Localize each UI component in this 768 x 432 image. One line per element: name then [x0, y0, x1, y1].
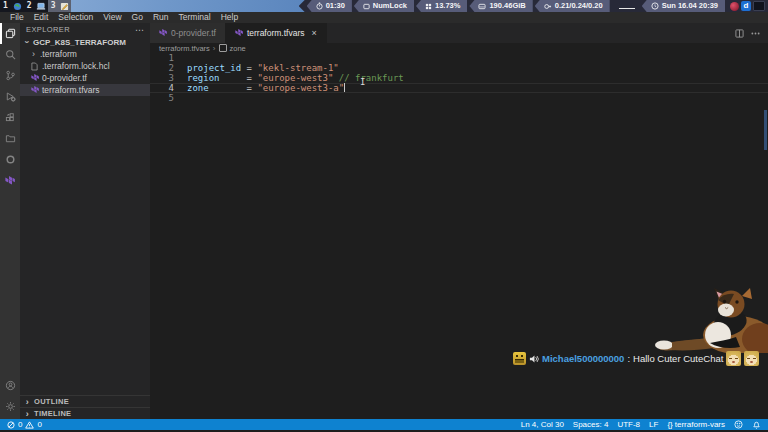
folder-label: .terraform — [40, 49, 77, 59]
timeline-label: TIMELINE — [34, 409, 71, 418]
code-line-4-current: 4 zone = "europe-west3-a" — [150, 83, 768, 93]
uptime-module: 01:30 — [307, 0, 352, 12]
feedback-icon[interactable] — [734, 420, 743, 429]
tree-item-provider-file[interactable]: 0-provider.tf — [20, 72, 150, 84]
source-control-icon[interactable] — [0, 65, 20, 86]
explorer-more-icon[interactable]: ⋯ — [135, 27, 144, 33]
menu-selection[interactable]: Selection — [53, 12, 98, 23]
error-count: 0 — [18, 420, 22, 429]
tray-media-icon[interactable] — [730, 2, 739, 11]
tab-label: 0-provider.tf — [171, 28, 216, 38]
outline-section[interactable]: › OUTLINE — [20, 395, 150, 407]
speaker-icon[interactable] — [529, 354, 539, 364]
timeline-section[interactable]: › TIMELINE — [20, 407, 150, 419]
chat-message-text: Hallo Cuter CuteChat — [633, 353, 723, 364]
token-property: region — [187, 73, 247, 83]
indentation-setting[interactable]: Spaces: 4 — [573, 420, 609, 429]
token-property: zone — [187, 83, 247, 93]
split-editor-icon[interactable] — [735, 29, 744, 38]
workspace-3[interactable]: 3 — [48, 0, 72, 12]
anime-emote-icon — [726, 351, 741, 366]
laptop-icon — [35, 0, 48, 12]
breadcrumb: terraform.tfvars › zone — [150, 43, 768, 53]
error-icon — [7, 421, 15, 429]
clock-module: Sun 16.04 20:39 — [642, 0, 725, 12]
menu-help[interactable]: Help — [216, 12, 243, 23]
chevron-down-icon: › — [23, 39, 31, 46]
activity-bar — [0, 23, 20, 419]
breadcrumb-file[interactable]: terraform.tfvars — [159, 44, 210, 53]
token-string: "europe-west3" — [257, 73, 333, 83]
terraform-extension-icon[interactable] — [0, 170, 20, 191]
chevron-right-icon: › — [24, 398, 31, 406]
extensions-icon[interactable] — [0, 107, 20, 128]
text-caret — [344, 83, 345, 92]
menu-run[interactable]: Run — [148, 12, 174, 23]
chat-username[interactable]: Michael500000000 — [542, 353, 624, 364]
tree-root-folder[interactable]: › GCP_K8S_TERRAFORM — [20, 36, 150, 48]
load-module: 0.21/0.24/0.20 — [535, 0, 610, 12]
terraform-file-icon — [235, 29, 243, 37]
workspace-2[interactable]: 2 — [24, 0, 48, 12]
separator-line — [612, 0, 642, 12]
problems-status[interactable]: 0 0 — [7, 420, 42, 429]
system-bar-modules: 01:30 NumLock 13.73% 190.46GiB 0.21/0.24… — [299, 0, 768, 12]
warning-count: 0 — [37, 420, 41, 429]
circle-extension-icon[interactable] — [0, 149, 20, 170]
globe-icon — [11, 0, 24, 12]
timer-icon — [316, 2, 323, 10]
search-icon[interactable] — [0, 44, 20, 65]
breadcrumb-symbol[interactable]: zone — [230, 44, 246, 53]
system-bar: 1 2 3 01:30 NumLock — [0, 0, 768, 12]
menu-go[interactable]: Go — [127, 12, 148, 23]
activity-bar-bottom — [0, 375, 20, 417]
notifications-bell-icon[interactable] — [752, 420, 761, 429]
mouse-cursor-ibeam: I — [360, 78, 365, 87]
datetime-value: Sun 16.04 20:39 — [662, 0, 718, 12]
file-label: 0-provider.tf — [42, 73, 87, 83]
run-debug-icon[interactable] — [0, 86, 20, 107]
tab-terraform-tfvars[interactable]: terraform.tfvars × — [226, 23, 327, 43]
tree-item-tfvars-file[interactable]: terraform.tfvars — [20, 84, 150, 96]
terraform-file-icon — [30, 86, 39, 94]
token-comment: // frankfurt — [333, 73, 403, 83]
disk-value: 190.46GiB — [489, 0, 525, 12]
terraform-file-icon — [159, 29, 167, 37]
menu-terminal[interactable]: Terminal — [174, 12, 216, 23]
chevron-right-icon: › — [213, 44, 216, 53]
sidebar-sections: › OUTLINE › TIMELINE — [20, 395, 150, 419]
explorer-icon[interactable] — [0, 23, 20, 44]
language-mode[interactable]: {} terraform-vars — [667, 420, 725, 429]
close-icon[interactable]: × — [312, 28, 317, 38]
disk-module: 190.46GiB — [469, 0, 532, 12]
outline-label: OUTLINE — [34, 397, 69, 406]
menu-file[interactable]: File — [5, 12, 29, 23]
tree-item-terraform-folder[interactable]: › .terraform — [20, 48, 150, 60]
account-icon[interactable] — [0, 375, 20, 396]
explorer-title: EXPLORER — [26, 25, 70, 34]
cursor-position[interactable]: Ln 4, Col 30 — [521, 420, 564, 429]
code-line-5: 5 — [150, 93, 768, 103]
folder-extension-icon[interactable] — [0, 128, 20, 149]
cat-overlay-image — [652, 287, 768, 353]
menu-view[interactable]: View — [98, 12, 126, 23]
load-value: 0.21/0.24/0.20 — [555, 0, 603, 12]
tab-actions — [735, 23, 768, 43]
tray-monitor-icon[interactable] — [753, 1, 765, 11]
menu-edit[interactable]: Edit — [29, 12, 54, 23]
tab-0-provider-tf[interactable]: 0-provider.tf — [150, 23, 226, 43]
line-number: 3 — [150, 73, 174, 83]
workspace-1[interactable]: 1 — [0, 0, 24, 12]
braces-icon: {} — [667, 420, 672, 429]
eol-setting[interactable]: LF — [649, 420, 658, 429]
tray-downloader-icon[interactable]: d — [741, 1, 751, 11]
workspace-2-number: 2 — [24, 0, 35, 12]
tree-item-lock-file[interactable]: .terraform.lock.hcl — [20, 60, 150, 72]
code-line-2: 2 project_id = "kekl-stream-1" — [150, 63, 768, 73]
settings-gear-icon[interactable] — [0, 396, 20, 417]
more-actions-icon[interactable] — [751, 32, 760, 35]
token-operator: = — [247, 73, 258, 83]
encoding-setting[interactable]: UTF-8 — [617, 420, 640, 429]
warning-icon — [25, 421, 34, 429]
workspace-3-number: 3 — [48, 0, 59, 12]
